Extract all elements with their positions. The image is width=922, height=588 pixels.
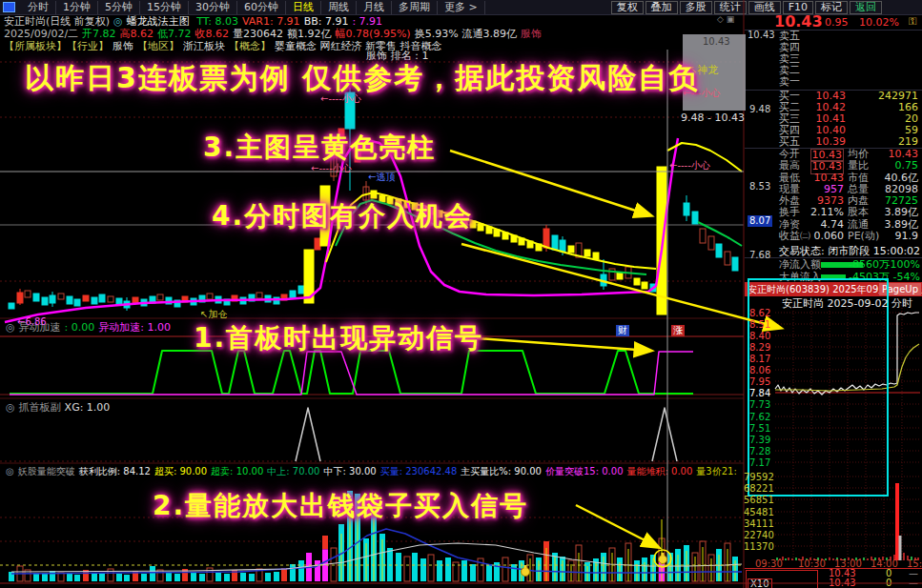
candle bbox=[157, 294, 163, 300]
ask-row[interactable]: 卖五 bbox=[745, 30, 922, 42]
candle bbox=[650, 284, 656, 292]
candle bbox=[150, 296, 155, 303]
menu-item-7[interactable]: 周线 bbox=[321, 1, 357, 14]
volume-bar bbox=[232, 570, 237, 581]
candle bbox=[379, 195, 385, 202]
toolbar-button-1[interactable]: 叠加 bbox=[645, 1, 678, 14]
candle bbox=[371, 191, 377, 198]
menu-item-0[interactable]: 分时 bbox=[21, 1, 56, 14]
candle bbox=[199, 295, 205, 302]
menu-item-10[interactable]: 更多 > bbox=[438, 1, 485, 14]
toolbar-button-2[interactable]: 多股 bbox=[680, 1, 712, 14]
annotation-title: 以昨日3连板票为例 仅供参考，据此投资风险自负 bbox=[25, 59, 699, 98]
toolbar-button-3[interactable]: 统计 bbox=[714, 1, 747, 14]
volume-bar bbox=[108, 569, 113, 581]
candle bbox=[732, 257, 738, 271]
candle bbox=[657, 167, 666, 314]
volume-bar bbox=[642, 558, 647, 581]
volume-bar bbox=[306, 553, 312, 581]
text-part: 中下: 30.00 bbox=[323, 466, 376, 476]
volume-bar bbox=[708, 555, 714, 581]
volume-bar bbox=[83, 570, 89, 581]
volume-bar bbox=[150, 566, 155, 581]
volume-bar bbox=[174, 574, 180, 581]
volume-bar bbox=[387, 548, 393, 581]
candle bbox=[716, 244, 722, 257]
candle bbox=[345, 92, 355, 129]
series-line bbox=[698, 222, 742, 246]
toolbar-button-5[interactable]: F10 bbox=[783, 1, 813, 14]
volume-bar bbox=[315, 560, 320, 581]
alert-bell-icon[interactable]: ⚿ bbox=[909, 15, 916, 28]
minichart-footer-row: X1010.430— bbox=[745, 578, 922, 588]
volume-bar bbox=[249, 574, 255, 581]
volume-bar bbox=[412, 553, 418, 581]
menu-item-3[interactable]: 15分钟 bbox=[140, 1, 189, 14]
app-icon[interactable] bbox=[3, 2, 15, 12]
annotation-arrow bbox=[450, 151, 650, 215]
volume-bar bbox=[675, 549, 681, 581]
volume-bar bbox=[322, 536, 328, 549]
toolbar-button-6[interactable]: 标记 bbox=[815, 1, 848, 14]
bid-row[interactable]: 买五10.39219 bbox=[745, 136, 922, 148]
bid-queue: 买一10.43242971买二10.42166买三10.4120买四10.405… bbox=[745, 90, 922, 148]
price-change: 0.95 bbox=[825, 16, 849, 29]
volume-bar bbox=[274, 572, 279, 581]
volume-bar bbox=[536, 558, 542, 581]
volume-bar bbox=[667, 553, 673, 581]
xiaoxin-label: ←----小心 bbox=[669, 160, 710, 172]
volume-bar bbox=[224, 574, 230, 581]
volume-bar bbox=[650, 555, 656, 581]
menu-item-8[interactable]: 月线 bbox=[357, 1, 392, 14]
text-part: 主买量比%: 90.00 bbox=[461, 466, 542, 476]
volume-bar bbox=[461, 560, 467, 581]
volume-bar bbox=[290, 564, 296, 581]
text-part: 婴童概念 网红经济 新零售 抖音概念 bbox=[275, 40, 442, 52]
volume-bar bbox=[502, 558, 508, 581]
candle bbox=[609, 269, 615, 280]
toolbar-button-7[interactable]: 返回 bbox=[850, 1, 882, 14]
volume-bar bbox=[420, 558, 426, 581]
menu-item-6[interactable]: 日线 bbox=[286, 1, 321, 14]
volume-bar bbox=[141, 574, 147, 581]
candle bbox=[42, 297, 48, 305]
candle bbox=[256, 293, 262, 298]
fund-flow: 净流入额-8560万-100%大单流入-4503万-54% bbox=[745, 257, 922, 283]
minichart-footer-table: 10.430—X1010.430— bbox=[745, 568, 922, 588]
candle bbox=[298, 286, 304, 294]
text-part: ◎ bbox=[6, 401, 15, 414]
menu-item-2[interactable]: 5分钟 bbox=[98, 1, 140, 14]
toolbar-button-0[interactable]: 复权 bbox=[611, 1, 644, 14]
text-part: 量能堆积: 0.00 bbox=[627, 466, 693, 476]
candle bbox=[99, 294, 105, 302]
candle bbox=[17, 293, 23, 303]
quote-panel: 安正时尚 603839 ＋自选 ▼ 10.43 0.95 10.02% ⚿ 卖五… bbox=[745, 0, 922, 588]
candle bbox=[601, 274, 606, 286]
candle bbox=[207, 294, 213, 299]
candle bbox=[470, 221, 476, 228]
candle bbox=[363, 187, 369, 200]
ask-row[interactable]: 卖三 bbox=[745, 53, 922, 65]
pageup-button[interactable]: PageUp bbox=[879, 283, 921, 295]
menu-item-4[interactable]: 30分钟 bbox=[189, 1, 237, 14]
toolbar-button-4[interactable]: 画线 bbox=[748, 1, 781, 14]
volume-bar bbox=[281, 568, 287, 581]
text-part: 买量: 230642.48 bbox=[380, 466, 458, 476]
candle bbox=[642, 282, 647, 289]
sector-concept-line[interactable]: 【所属板块】【行业】服饰【地区】浙江板块【概念】婴童概念 网红经济 新零售 抖音… bbox=[4, 39, 742, 53]
ask-queue: 卖五卖四卖三卖二卖一 bbox=[745, 30, 922, 88]
volume-bar bbox=[560, 557, 565, 581]
text-part: 价量突破15: 0.00 bbox=[545, 466, 624, 476]
xiaoxin-label: ←----小心 bbox=[311, 163, 352, 174]
menu-item-9[interactable]: 多周期 bbox=[392, 1, 438, 14]
ask-row[interactable]: 卖四 bbox=[745, 42, 922, 53]
menu-item-1[interactable]: 1分钟 bbox=[56, 1, 98, 14]
candle bbox=[338, 129, 344, 151]
ask-row[interactable]: 卖一 bbox=[745, 76, 922, 88]
x10-toggle[interactable]: X10 bbox=[748, 578, 772, 588]
minichart-title-bar: 安正时尚(603839) 2025年09月02日 星期二 PageUp bbox=[745, 282, 922, 296]
menu-item-5[interactable]: 60分钟 bbox=[237, 1, 286, 14]
volume-bar bbox=[331, 548, 337, 581]
ask-row[interactable]: 卖二 bbox=[745, 65, 922, 76]
annotation-arrow bbox=[461, 244, 780, 328]
